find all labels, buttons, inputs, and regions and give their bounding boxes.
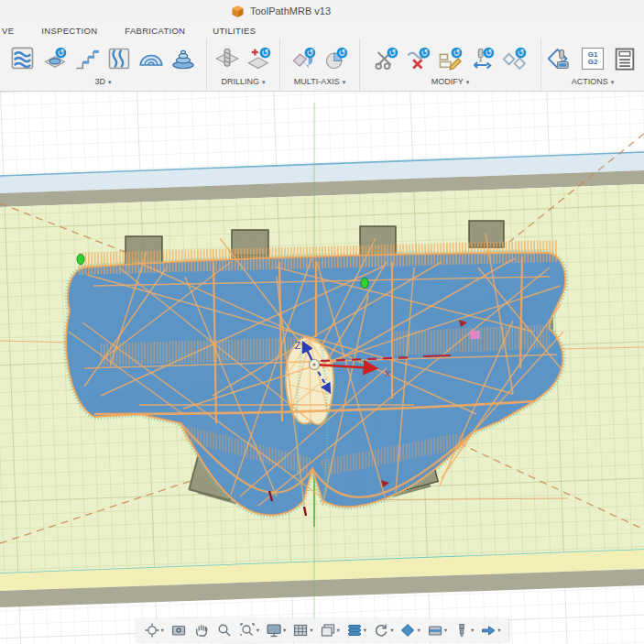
swarf-icon[interactable] — [289, 42, 319, 75]
isolate-diamond-icon — [399, 622, 416, 639]
isolate-button[interactable]: ▾ — [397, 620, 422, 640]
ribbon-group-actions: G1 G2 ACTIONS▾ — [541, 38, 644, 91]
refresh-icon — [373, 622, 389, 639]
viewport-canvas[interactable]: Z X ▾ — [0, 92, 644, 644]
scene-3d[interactable]: Z X — [0, 92, 644, 644]
grid-display-icon — [292, 622, 309, 639]
fit-button[interactable]: ▾ — [236, 620, 262, 640]
drill-icon[interactable] — [213, 42, 242, 75]
tool-position-marker-2 — [361, 278, 368, 289]
scallop-icon[interactable] — [136, 42, 166, 75]
refresh-button[interactable]: ▾ — [370, 620, 396, 640]
machine-icon — [427, 622, 443, 639]
spiral-icon[interactable] — [169, 42, 198, 75]
orbit-icon — [144, 622, 160, 639]
go-to-button[interactable]: ▾ — [477, 620, 503, 640]
group-label-actions[interactable]: ACTIONS▾ — [572, 77, 615, 86]
display-settings-icon — [266, 622, 282, 639]
tab-inspection[interactable]: INSPECTION — [41, 26, 97, 36]
ribbon-tabs: VE INSPECTION FABRICATION UTILITIES — [0, 22, 644, 38]
ribbon: VE INSPECTION FABRICATION UTILITIES ↺ — [0, 22, 644, 92]
pattern-icon[interactable] — [500, 42, 529, 75]
post-process-icon[interactable]: G1 G2 — [578, 42, 607, 75]
grid-display-button[interactable]: ▾ — [289, 620, 315, 640]
group-label-multi-axis[interactable]: MULTI-AXIS▾ — [294, 77, 345, 86]
group-label-3d[interactable]: 3D▾ — [94, 77, 111, 86]
delete-passes-icon[interactable] — [404, 42, 433, 75]
tab-partial[interactable]: VE — [2, 26, 14, 36]
z-axis-label: Z — [295, 341, 300, 351]
ribbon-group-multi-axis: MULTI-AXIS▾ — [280, 38, 360, 91]
rotary-icon[interactable] — [322, 42, 351, 75]
drill-add-icon[interactable] — [245, 42, 274, 75]
ribbon-group-modify: MODIFY▾ — [360, 38, 541, 91]
tab-utilities[interactable]: UTILITIES — [213, 26, 256, 36]
zoom-icon — [216, 622, 233, 639]
tool-button[interactable]: ▾ — [451, 620, 476, 640]
group-label-drilling[interactable]: DRILLING▾ — [221, 77, 265, 86]
x-axis-label: X — [385, 369, 390, 378]
viewports-button[interactable]: ▾ — [317, 620, 343, 640]
tool-position-marker — [77, 255, 84, 265]
application-window: ToolPathMRB v13 VE INSPECTION FABRICATIO… — [0, 0, 644, 644]
display-settings-button[interactable]: ▾ — [263, 620, 289, 640]
machine-button[interactable]: ▾ — [424, 620, 450, 640]
tool-bolt-icon — [453, 622, 470, 639]
group-label-modify[interactable]: MODIFY▾ — [431, 77, 470, 86]
toolpath-layers-icon — [346, 622, 363, 639]
pocket-clearing-icon[interactable] — [40, 42, 70, 75]
parallel-flow-icon[interactable] — [104, 42, 134, 75]
look-at-button[interactable] — [168, 620, 190, 640]
ribbon-group-3d: 3D▾ — [0, 38, 207, 91]
pan-button[interactable] — [191, 620, 213, 640]
toolpath-display-button[interactable]: ▾ — [344, 620, 369, 640]
orbit-button[interactable]: ▾ — [141, 620, 167, 640]
ribbon-group-drilling: DRILLING▾ — [207, 38, 280, 91]
document-title: ToolPathMRB v13 — [250, 5, 331, 16]
zoom-button[interactable] — [213, 620, 235, 640]
simulate-icon[interactable] — [546, 42, 575, 75]
pan-hand-icon — [193, 622, 210, 639]
adaptive-clearing-icon[interactable] — [8, 42, 38, 75]
title-bar: ToolPathMRB v13 — [0, 0, 644, 22]
zoom-window-icon — [239, 622, 256, 639]
setup-sheet-icon[interactable] — [610, 42, 639, 75]
trim-toolpath-icon[interactable] — [372, 42, 401, 75]
document-cube-icon — [231, 5, 245, 18]
look-at-icon — [170, 622, 187, 639]
tab-fabrication[interactable]: FABRICATION — [125, 26, 185, 36]
go-to-arrow-icon — [480, 622, 497, 639]
reorder-tools-icon[interactable] — [468, 42, 497, 75]
contour-steps-icon[interactable] — [72, 42, 102, 75]
pink-marker — [470, 331, 480, 339]
viewports-icon — [320, 622, 336, 639]
view-navigation-bar: ▾ ▾ — [136, 618, 509, 642]
edit-passes-icon[interactable] — [436, 42, 465, 75]
